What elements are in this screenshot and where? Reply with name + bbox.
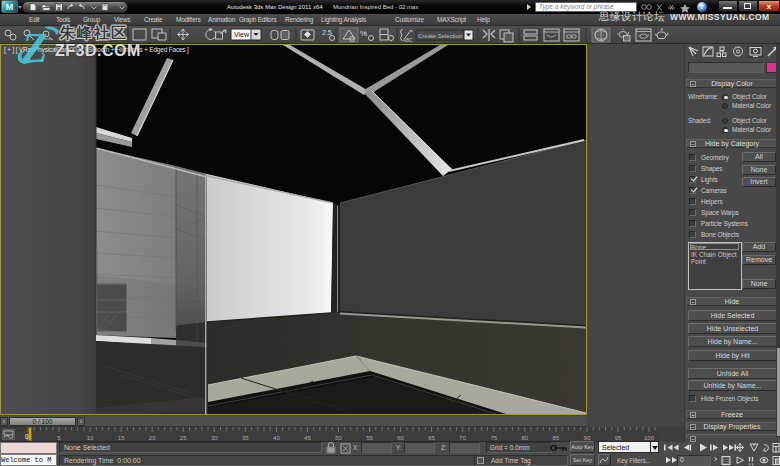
svg-text:85: 85: [553, 435, 560, 441]
svg-text:40: 40: [273, 435, 280, 441]
svg-text:ABC: ABC: [403, 38, 413, 43]
svg-text:70: 70: [459, 435, 466, 441]
svg-text:95: 95: [615, 435, 622, 441]
svg-text:75: 75: [490, 435, 497, 441]
svg-text:60: 60: [397, 435, 404, 441]
svg-text:20: 20: [149, 435, 156, 441]
svg-text:10: 10: [87, 435, 94, 441]
svg-text:90: 90: [584, 435, 591, 441]
svg-text:%: %: [360, 29, 367, 38]
svg-text:5: 5: [57, 435, 61, 441]
svg-text:35: 35: [242, 435, 249, 441]
svg-text:View: View: [234, 31, 250, 38]
svg-text:65: 65: [428, 435, 435, 441]
svg-text:45: 45: [304, 435, 311, 441]
svg-text:50: 50: [335, 435, 342, 441]
svg-text:15: 15: [118, 435, 125, 441]
svg-text:25: 25: [180, 435, 187, 441]
svg-text:2.5: 2.5: [322, 29, 332, 36]
svg-text:80: 80: [521, 435, 528, 441]
svg-text:100: 100: [644, 435, 655, 441]
svg-text:30: 30: [211, 435, 218, 441]
svg-text:55: 55: [366, 435, 373, 441]
